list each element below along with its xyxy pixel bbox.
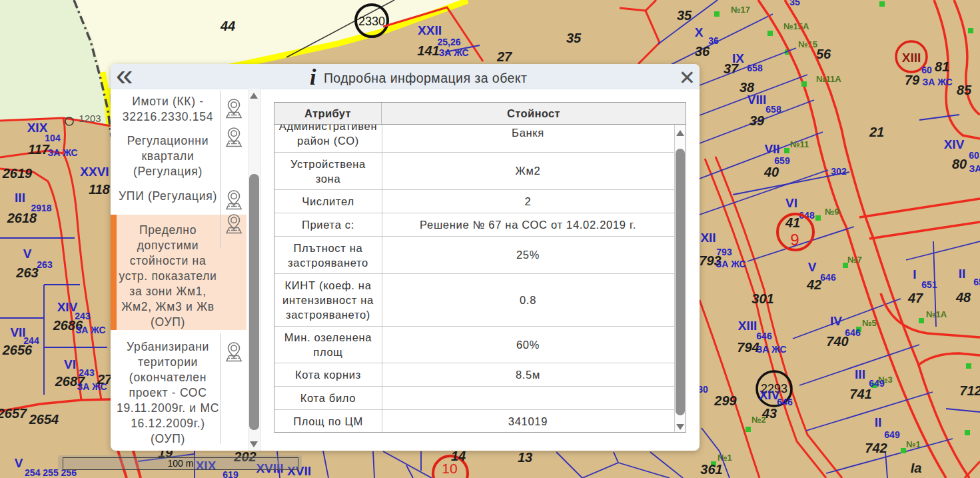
svg-text:79: 79 [905,73,920,87]
svg-text:35: 35 [677,8,692,23]
svg-text:V: V [23,247,32,261]
svg-text:III: III [855,367,865,381]
svg-text:ЗА ЖС: ЗА ЖС [75,325,105,335]
svg-text:№7: №7 [847,255,862,265]
svg-text:658: 658 [765,104,781,115]
svg-text:ЗА: ЗА [969,163,980,174]
svg-text:№9: №9 [825,207,839,217]
svg-text:V: V [808,260,817,274]
svg-text:25,26: 25,26 [437,37,460,47]
svg-text:302: 302 [831,166,847,177]
svg-text:21: 21 [869,125,884,139]
svg-text:651: 651 [921,279,937,290]
svg-text:ЗА ЖС: ЗА ЖС [716,259,745,269]
svg-text:38: 38 [739,80,755,95]
svg-text:2618: 2618 [7,211,37,225]
svg-text:2657: 2657 [0,406,27,421]
svg-text:ЗА ЖС: ЗА ЖС [438,47,468,58]
svg-text:13: 13 [518,450,532,465]
svg-text:9: 9 [790,231,799,249]
svg-text:35: 35 [789,0,800,7]
svg-text:117: 117 [28,142,50,157]
svg-text:2654: 2654 [29,412,59,427]
svg-text:48: 48 [955,290,971,305]
svg-text:№11А: №11А [816,74,841,84]
svg-text:XIV: XIV [944,137,965,151]
svg-text:XII: XII [700,231,716,245]
svg-text:2656: 2656 [2,343,33,357]
svg-text:47: 47 [907,291,923,305]
svg-text:№5: №5 [862,318,877,328]
svg-text:XXVI: XXVI [80,165,109,179]
svg-text:XXII: XXII [418,23,442,37]
svg-text:№17: №17 [731,5,750,15]
svg-text:118: 118 [89,182,111,197]
svg-text:649: 649 [884,429,900,440]
svg-text:85: 85 [957,83,972,97]
svg-text:XIII: XIII [738,319,757,333]
svg-text:VI: VI [64,357,76,371]
svg-text:37: 37 [724,61,739,76]
svg-text:№11: №11 [790,139,809,149]
svg-text:36: 36 [695,44,710,59]
svg-text:VII: VII [764,142,779,156]
svg-text:VI: VI [785,196,797,210]
svg-text:60: 60 [921,65,932,75]
svg-text:ЗА ЖС: ЗА ЖС [756,344,786,355]
svg-text:646: 646 [777,397,793,407]
svg-text:36: 36 [708,35,719,46]
svg-text:№2: №2 [751,415,766,425]
svg-text:V: V [15,456,23,470]
svg-text:361: 361 [700,462,722,477]
svg-text:44: 44 [220,19,235,33]
svg-text:40: 40 [763,165,779,179]
svg-text:301: 301 [751,291,773,306]
svg-text:III: III [15,191,25,205]
svg-text:ЗА ЖС: ЗА ЖС [922,77,952,87]
svg-text:42: 42 [806,277,821,292]
svg-text:60: 60 [969,150,979,161]
svg-text:39: 39 [749,113,765,128]
svg-text:XIII: XIII [902,51,921,65]
svg-text:X: X [695,25,704,39]
svg-text:740: 740 [826,334,848,349]
svg-text:№1: №1 [906,439,921,449]
svg-text:Iа: Iа [911,461,922,475]
svg-text:65: 65 [973,277,980,287]
svg-text:10: 10 [442,461,457,476]
svg-text:299: 299 [714,393,737,408]
svg-text:1203: 1203 [79,113,101,124]
svg-text:742: 742 [865,441,887,455]
svg-text:IV: IV [830,314,842,328]
svg-text:80: 80 [952,157,967,171]
svg-text:646: 646 [820,272,836,283]
svg-text:27: 27 [496,49,512,64]
svg-text:141: 141 [417,43,439,58]
svg-text:56: 56 [816,47,831,61]
svg-text:35: 35 [566,31,582,45]
svg-text:712: 712 [959,383,980,398]
svg-text:№1А: №1А [926,309,947,319]
svg-text:263: 263 [37,259,53,270]
svg-text:№1: №1 [718,453,732,463]
svg-text:VIII: VIII [747,93,767,107]
svg-text:II: II [959,267,966,281]
svg-text:2330: 2330 [358,15,385,28]
svg-text:ЗА ЖС: ЗА ЖС [47,147,77,158]
svg-text:2619: 2619 [2,166,33,181]
svg-text:№15А: №15А [783,21,809,31]
svg-text:741: 741 [849,387,871,401]
svg-text:619: 619 [223,469,239,478]
svg-text:81: 81 [935,59,949,74]
svg-text:263: 263 [15,265,38,280]
svg-text:I: I [913,267,916,281]
svg-text:II: II [875,415,882,429]
